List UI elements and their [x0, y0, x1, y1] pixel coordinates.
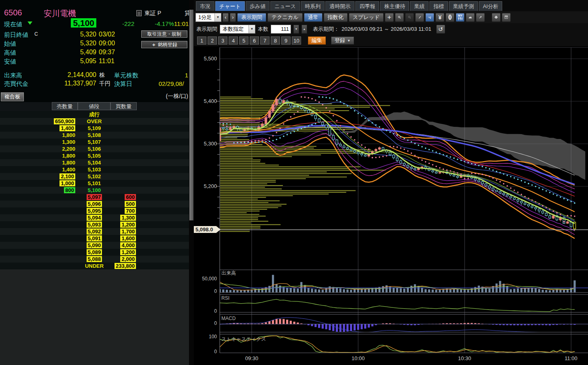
- chart-cursor-icon[interactable]: [425, 13, 434, 22]
- board-row[interactable]: 5,0891,200: [0, 249, 189, 256]
- draw-pencil-icon[interactable]: [415, 13, 424, 22]
- edit-button[interactable]: 編集: [308, 36, 326, 45]
- my-chart-icon[interactable]: MY: [456, 13, 465, 22]
- prev-button[interactable]: ‹: [223, 13, 229, 22]
- period-toolbar: 表示期間 本数指定▼ 本数 111 ▼ ▲ 表示期間： 2026/03/03 0…: [194, 23, 588, 35]
- turnover-unit: 千円: [99, 80, 110, 88]
- register-preset-button[interactable]: 登録▼: [331, 36, 354, 45]
- preset-button-5[interactable]: 5: [239, 36, 248, 45]
- per-share-note: (一株/口): [154, 93, 188, 100]
- board-row[interactable]: 5,0904,000: [0, 242, 189, 249]
- reset-period-icon[interactable]: ↺: [436, 25, 445, 34]
- next-button[interactable]: ›: [230, 13, 236, 22]
- print-icon[interactable]: [492, 13, 501, 22]
- board-row[interactable]: 5,0911,600: [0, 235, 189, 242]
- normal-button[interactable]: 通常: [304, 13, 323, 22]
- chevron-down-icon: ▼: [347, 39, 350, 43]
- board-row[interactable]: 5,0931,200: [0, 221, 189, 228]
- turnover-label: 売買代金: [4, 80, 28, 88]
- zoom-in-icon[interactable]: [395, 13, 404, 22]
- board-row[interactable]: 2,2005,106: [0, 145, 189, 152]
- tab-disclosure[interactable]: 適時開示: [325, 1, 354, 11]
- board-row[interactable]: 650,900OVER: [0, 118, 189, 125]
- wrench-icon[interactable]: [476, 13, 485, 22]
- crosshair-icon[interactable]: +: [385, 13, 394, 22]
- tab-time-series[interactable]: 時系列: [301, 1, 325, 11]
- tab-chart[interactable]: チャート: [215, 1, 245, 11]
- tab-shikiho[interactable]: 四季報: [355, 1, 379, 11]
- board-row[interactable]: 1,8005,105: [0, 152, 189, 159]
- sell-qty-cell: 1,800: [62, 159, 75, 166]
- board-row[interactable]: 2,1005,102: [0, 173, 189, 180]
- price-cell: 5,109: [78, 125, 111, 132]
- info-icon[interactable]: i: [446, 13, 454, 22]
- tab-news[interactable]: ニュース: [270, 1, 300, 11]
- preset-button-3[interactable]: 3: [218, 36, 227, 45]
- price-cell: 5,094: [78, 214, 111, 221]
- yen-icon[interactable]: ¥: [435, 13, 444, 22]
- composite-board-button[interactable]: 複合板: [1, 92, 24, 101]
- left-panel-scrollbar[interactable]: [189, 0, 194, 365]
- settlement-value: 02/29,08/: [159, 80, 184, 87]
- price-cell: 5,090: [78, 242, 111, 249]
- board-row[interactable]: 1,4005,103: [0, 166, 189, 173]
- display-period-button[interactable]: 表示期間: [237, 13, 266, 22]
- count-down-button[interactable]: ▼: [293, 25, 299, 34]
- prev-close-value: 5,320: [61, 31, 96, 38]
- board-header-sell: 売数量: [52, 102, 78, 110]
- main-tab-bar: 市況チャート歩み値ニュース時系列適時開示四季報株主優待業績指標業績予測AI分析: [194, 0, 588, 11]
- count-mode-select[interactable]: 本数指定▼: [220, 25, 255, 34]
- low-label: 安値: [4, 58, 16, 66]
- price-cell: OVER: [78, 118, 111, 125]
- mountain-chart-icon[interactable]: [466, 13, 475, 22]
- preset-button-1[interactable]: 1: [197, 36, 206, 45]
- register-symbol-button[interactable]: ＋銘柄登録: [141, 41, 187, 48]
- preset-button-6[interactable]: 6: [250, 36, 259, 45]
- board-row[interactable]: 1,0005,101: [0, 180, 189, 187]
- tab-ai-analysis[interactable]: AI分析: [479, 1, 502, 11]
- tab-benefit[interactable]: 株主優待: [380, 1, 409, 11]
- preset-button-9[interactable]: 9: [281, 36, 291, 45]
- tab-results[interactable]: 業績: [410, 1, 429, 11]
- preset-button-2[interactable]: 2: [208, 36, 217, 45]
- order-book: 成行650,900OVER1,4005,1091,8005,1081,3005,…: [0, 111, 189, 269]
- indexed-button[interactable]: 指数化: [324, 13, 348, 22]
- price-cell: UNDER: [78, 263, 111, 269]
- open-label: 始値: [4, 40, 16, 48]
- board-row[interactable]: 5,0882,000: [0, 256, 189, 263]
- board-row[interactable]: 1,8005,104: [0, 159, 189, 166]
- current-price-label: 現在値: [4, 21, 22, 28]
- board-row[interactable]: 5,0941,300: [0, 214, 189, 221]
- high-value: 5,409: [61, 49, 96, 56]
- board-row[interactable]: 1,3005,107: [0, 139, 189, 145]
- tab-indicators[interactable]: 指標: [429, 1, 448, 11]
- trade-caution-button[interactable]: 取引注意・規制: [141, 30, 187, 38]
- spread-button[interactable]: スプレッド: [349, 13, 384, 22]
- tab-forecast[interactable]: 業績予測: [449, 1, 478, 11]
- board-row[interactable]: 5,0921,700: [0, 228, 189, 235]
- board-row[interactable]: 1,8005,108: [0, 132, 189, 139]
- preset-button-8[interactable]: 8: [271, 36, 280, 45]
- prev-close-label: 前日終値: [4, 31, 28, 39]
- technical-button[interactable]: テクニカル: [267, 13, 303, 22]
- trading-app-window: 5,500 5,400 5,300 5,200 5,098.0 出来高 50,0…: [0, 0, 588, 365]
- unit-shares-value: 1: [178, 72, 188, 79]
- export-icon[interactable]: [502, 13, 511, 22]
- interval-select[interactable]: 1分足▼: [195, 13, 221, 22]
- bar-count-input[interactable]: 111: [271, 25, 291, 34]
- preset-button-4[interactable]: 4: [229, 36, 238, 45]
- board-row[interactable]: 8005,100: [0, 187, 189, 194]
- board-row[interactable]: 成行: [0, 111, 189, 118]
- board-row[interactable]: 5,097600: [0, 194, 189, 201]
- scrollbar-thumb[interactable]: [189, 10, 193, 220]
- stock-name: 安川電機: [44, 8, 76, 19]
- preset-button-7[interactable]: 7: [260, 36, 270, 45]
- board-row[interactable]: UNDER233,800: [0, 263, 189, 269]
- tab-tick[interactable]: 歩み値: [246, 1, 270, 11]
- board-row[interactable]: 5,096500: [0, 201, 189, 207]
- board-row[interactable]: 1,4005,109: [0, 125, 189, 132]
- board-row[interactable]: 5,095700: [0, 207, 189, 214]
- preset-button-10[interactable]: 10: [292, 36, 301, 45]
- count-up-button[interactable]: ▲: [301, 25, 307, 34]
- tab-market[interactable]: 市況: [196, 1, 214, 11]
